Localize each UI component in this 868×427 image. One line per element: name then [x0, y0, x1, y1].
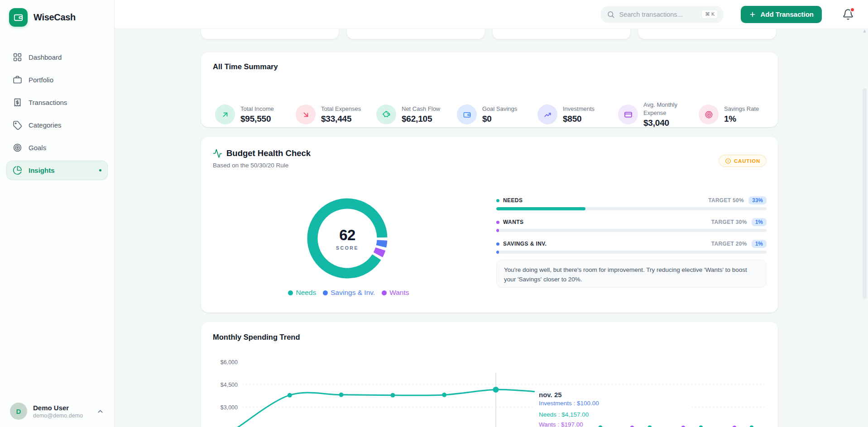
add-transaction-button[interactable]: Add Transaction	[741, 6, 822, 23]
pct-badge: 33%	[748, 196, 767, 204]
legend-item-wants: Wants	[382, 289, 409, 297]
legend-dot	[382, 290, 387, 295]
wallet-icon	[457, 104, 477, 124]
stat-label: Total Expenses	[321, 105, 361, 113]
sidebar-item-transactions[interactable]: Transactions	[6, 93, 108, 112]
svg-text:Needs : $4,157.00: Needs : $4,157.00	[539, 411, 589, 418]
receipt-dollar-icon	[13, 98, 22, 107]
stat-value: $850	[563, 114, 595, 124]
budget-health-card: Budget Health Check Based on the 50/30/2…	[201, 137, 778, 313]
stat-avg-monthly-expense: Avg. Monthly Expense$3,040	[618, 101, 699, 128]
sidebar-item-categories[interactable]: Categories	[6, 115, 108, 135]
all-time-summary-card: All Time Summary Total Income$95,550 Tot…	[201, 52, 778, 127]
sidebar-item-label: Insights	[29, 166, 55, 174]
stat-value: $62,105	[402, 114, 440, 124]
stat-savings-rate: Savings Rate1%	[699, 104, 779, 124]
svg-text:$6,000: $6,000	[221, 359, 238, 365]
notification-badge-dot	[850, 7, 855, 12]
arrow-up-right-icon	[215, 104, 235, 124]
caution-badge: CAUTION	[719, 155, 767, 167]
sidebar-nav: Dashboard Portfolio Transactions Categor…	[0, 47, 114, 180]
sidebar-item-label: Categories	[29, 121, 62, 129]
stat-label: Savings Rate	[724, 105, 759, 113]
row-dot	[496, 221, 499, 224]
sidebar-item-portfolio[interactable]: Portfolio	[6, 70, 108, 90]
credit-card-icon	[618, 104, 638, 124]
sidebar-item-label: Transactions	[29, 99, 67, 106]
summary-stats-row: Total Income$95,550 Total Expenses$33,44…	[215, 100, 779, 129]
brand-logo[interactable]: WiseCash	[0, 0, 114, 35]
sidebar-item-label: Goals	[29, 144, 46, 152]
progress-bar	[496, 251, 767, 254]
budget-row-wants: WANTS TARGET 30% 1%	[496, 218, 767, 232]
user-menu[interactable]: D Demo User demo@demo.demo	[0, 403, 114, 420]
stat-total-expenses: Total Expenses$33,445	[296, 104, 376, 124]
stat-label: Goal Savings	[482, 105, 517, 113]
svg-text:Investments : $100.00: Investments : $100.00	[539, 400, 599, 407]
budget-row-savings: SAVINGS & INV. TARGET 20% 1%	[496, 240, 767, 254]
stat-value: $0	[482, 114, 517, 124]
active-indicator-dot	[99, 169, 101, 171]
wallet-logo-icon	[9, 8, 28, 27]
pct-badge: 1%	[752, 218, 767, 226]
spending-trend-chart[interactable]: $6,000$4,500$3,000nov. 25Investments : $…	[201, 322, 778, 427]
budget-advice: You're doing well, but there's room for …	[496, 260, 767, 288]
svg-text:$4,500: $4,500	[221, 382, 238, 388]
pct-badge: 1%	[752, 240, 767, 248]
pie-chart-icon	[13, 166, 22, 175]
stat-investments: Investments$850	[537, 104, 618, 124]
avatar: D	[10, 403, 27, 420]
row-dot	[496, 199, 499, 202]
svg-text:$3,000: $3,000	[221, 404, 238, 411]
stat-value: $33,445	[321, 114, 361, 124]
info-icon	[725, 158, 731, 164]
sidebar-item-insights[interactable]: Insights	[6, 161, 108, 180]
arrow-down-right-icon	[296, 104, 316, 124]
brand-name: WiseCash	[34, 12, 76, 23]
briefcase-icon	[13, 75, 22, 85]
sidebar-item-dashboard[interactable]: Dashboard	[6, 47, 108, 67]
sidebar-item-label: Dashboard	[29, 53, 62, 61]
keyboard-shortcut-badge: ⌘ K	[701, 9, 718, 19]
scrollbar-thumb[interactable]	[863, 88, 867, 299]
stat-label: Net Cash Flow	[402, 105, 440, 113]
scroll-up-arrow[interactable]: ▲	[862, 28, 867, 33]
progress-bar	[496, 229, 767, 232]
stat-net-cash-flow: Net Cash Flow$62,105	[376, 104, 457, 124]
svg-text:Wants : $197.00: Wants : $197.00	[539, 421, 583, 427]
target-icon	[13, 143, 22, 152]
trending-up-icon	[537, 104, 557, 124]
progress-bar	[496, 207, 767, 210]
donut-legend: Needs Savings & Inv. Wants	[201, 289, 496, 297]
dashboard-grid-icon	[13, 52, 22, 62]
budget-row-needs: NEEDS TARGET 50% 33%	[496, 196, 767, 210]
search-box[interactable]: ⌘ K	[600, 6, 724, 23]
summary-title: All Time Summary	[213, 62, 278, 71]
legend-dot	[288, 290, 293, 295]
sidebar-item-label: Portfolio	[29, 76, 53, 84]
user-name: Demo User	[33, 403, 83, 413]
stat-label: Investments	[563, 105, 595, 113]
stat-goal-savings: Goal Savings$0	[457, 104, 537, 124]
user-email: demo@demo.demo	[33, 413, 83, 419]
topbar: ⌘ K Add Transaction	[115, 0, 868, 29]
target-icon	[699, 104, 719, 124]
stat-label: Total Income	[240, 105, 274, 113]
stat-label: Avg. Monthly Expense	[643, 101, 694, 117]
legend-item-savings: Savings & Inv.	[323, 289, 375, 297]
sidebar-item-goals[interactable]: Goals	[6, 138, 108, 157]
budget-target-rows: NEEDS TARGET 50% 33% WANTS TARGET 30% 1%…	[496, 196, 767, 261]
legend-item-needs: Needs	[288, 289, 316, 297]
row-dot	[496, 242, 499, 246]
monthly-spending-trend-card: Monthly Spending Trend $6,000$4,500$3,00…	[201, 322, 778, 427]
search-icon	[607, 10, 615, 19]
stat-total-income: Total Income$95,550	[215, 104, 296, 124]
stat-value: $95,550	[240, 114, 274, 124]
search-input[interactable]	[619, 11, 687, 18]
plus-icon	[749, 11, 756, 18]
donut-chart	[302, 193, 393, 284]
notifications-button[interactable]	[842, 9, 854, 20]
budget-score-donut[interactable]: 62 SCORE Needs Savings & Inv. Wants	[201, 137, 496, 313]
sidebar: WiseCash Dashboard Portfolio Transaction…	[0, 0, 115, 427]
chevron-up-icon	[96, 408, 104, 415]
